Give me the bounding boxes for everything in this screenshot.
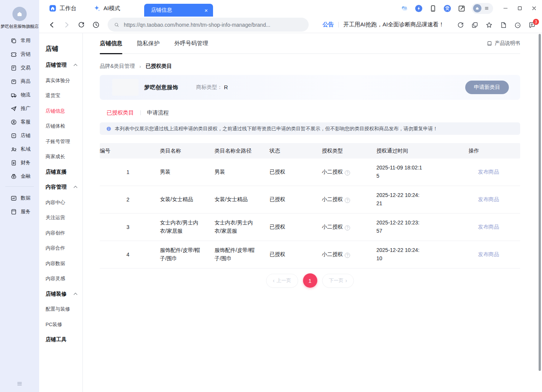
- workspace-tab[interactable]: 工作台: [49, 5, 76, 12]
- help-icon[interactable]: ?: [345, 225, 350, 230]
- close-window-button[interactable]: [531, 5, 537, 11]
- publish-product-link[interactable]: 发布商品: [478, 169, 499, 175]
- workspace-tab[interactable]: AI模式: [93, 5, 120, 12]
- compose-icon[interactable]: [457, 4, 466, 13]
- rail-item-label: 推广: [21, 105, 30, 112]
- side-menu-item[interactable]: 店铺直播: [46, 165, 82, 180]
- side-menu-item[interactable]: PC装修: [46, 317, 82, 333]
- timer-icon[interactable]: [514, 21, 522, 29]
- side-menu-item[interactable]: 子账号管理: [46, 134, 82, 149]
- phone-icon[interactable]: [429, 4, 437, 13]
- product-manual-link[interactable]: 产品说明书: [487, 40, 521, 47]
- current-page-button[interactable]: 1: [303, 273, 317, 288]
- info-icon: [106, 126, 111, 131]
- frequent-icon: [10, 37, 17, 44]
- back-button[interactable]: [48, 21, 56, 29]
- apply-new-category-button[interactable]: 申请新类目: [465, 81, 509, 94]
- side-menu-item[interactable]: 商家成长: [46, 149, 82, 165]
- side-menu-item-label: 内容灵感: [46, 275, 65, 282]
- prev-page-button[interactable]: ‹ 上一页: [266, 274, 298, 288]
- scrollbar-thumb[interactable]: [539, 34, 541, 371]
- side-menu-item[interactable]: 内容数据: [46, 256, 82, 272]
- collapse-rail-button[interactable]: [16, 381, 23, 387]
- side-menu-item[interactable]: 店铺信息: [46, 104, 82, 119]
- side-menu-item[interactable]: 店铺工具: [46, 332, 82, 348]
- rail-item-label: 交易: [21, 64, 30, 71]
- tab-authorized-categories[interactable]: 已授权类目: [107, 109, 134, 116]
- rail-item[interactable]: 营销: [0, 47, 39, 61]
- profile-menu[interactable]: [472, 3, 493, 14]
- rail-item[interactable]: 物流: [0, 88, 39, 102]
- table-row: 4 服饰配件/皮带/帽子/围巾 服饰配件/皮带/帽子/围巾 已授权 小二授权? …: [100, 241, 520, 268]
- product-manual-label: 产品说明书: [495, 40, 521, 47]
- side-menu-item[interactable]: 店铺体检: [46, 119, 82, 134]
- announcement: 公告 开工用AI抢跑，AI全面诊断商品课速看！: [323, 21, 444, 28]
- rail-item[interactable]: 店铺: [0, 129, 39, 142]
- breadcrumb-parent[interactable]: 品牌&类目管理: [100, 63, 135, 70]
- rail-item[interactable]: 交易: [0, 61, 39, 75]
- close-tab-icon[interactable]: ×: [204, 8, 208, 13]
- rail-item[interactable]: 客服: [0, 115, 39, 129]
- rail-item[interactable]: 服务: [0, 205, 39, 218]
- side-menu-item[interactable]: 内容合作: [46, 241, 82, 256]
- chevron-left-icon: ‹: [273, 278, 275, 284]
- rail-item[interactable]: 财务: [0, 156, 39, 169]
- multi-window-icon[interactable]: [471, 21, 479, 29]
- chevron-up-icon[interactable]: [74, 293, 78, 296]
- browser-tab-active[interactable]: 店铺信息 ×: [144, 4, 213, 17]
- tab-application-process[interactable]: 申请流程: [147, 109, 169, 116]
- chevron-up-icon[interactable]: [74, 64, 78, 68]
- side-menu-item[interactable]: 店铺管理: [46, 58, 82, 73]
- page-icon[interactable]: [499, 21, 507, 29]
- page-tab[interactable]: 店铺信息: [100, 33, 122, 54]
- page-tab[interactable]: 外呼号码管理: [174, 33, 208, 54]
- publish-product-link[interactable]: 发布商品: [478, 196, 499, 202]
- side-menu-item[interactable]: 内容灵感: [46, 271, 82, 287]
- help-icon[interactable]: ?: [345, 170, 350, 175]
- side-menu-item[interactable]: 店铺装修: [46, 287, 82, 302]
- rail-item[interactable]: 金融: [0, 169, 39, 183]
- service-icon: [10, 119, 17, 126]
- rail-item[interactable]: 常用: [0, 34, 39, 47]
- address-bar[interactable]: https://qn.taobao.com/home.htm/tm-shop-i…: [108, 18, 309, 32]
- weather-icon[interactable]: [400, 4, 409, 13]
- site-refresh-icon[interactable]: [457, 21, 464, 29]
- side-menu-item[interactable]: 内容创作: [46, 226, 82, 241]
- chevron-up-icon[interactable]: [74, 186, 78, 190]
- help-icon[interactable]: ?: [345, 253, 350, 258]
- favorite-icon[interactable]: [485, 21, 493, 29]
- workspace-tabs: 工作台 AI模式: [39, 5, 120, 12]
- help-icon[interactable]: ?: [345, 198, 350, 203]
- next-page-button[interactable]: 下一页 ›: [322, 274, 354, 288]
- rail-item[interactable]: 商品: [0, 75, 39, 88]
- reload-button[interactable]: [77, 21, 85, 29]
- side-menu-item[interactable]: 真实体验分: [46, 73, 82, 88]
- maximize-button[interactable]: [517, 5, 523, 11]
- services-icon: [10, 208, 17, 215]
- rail-item[interactable]: 数据: [0, 191, 39, 205]
- side-menu-item[interactable]: 内容中心: [46, 195, 82, 210]
- minimize-button[interactable]: [502, 5, 509, 11]
- side-menu-item[interactable]: 退货宝: [46, 88, 82, 104]
- menu-lines-icon: [484, 6, 489, 11]
- store-avatar[interactable]: [12, 7, 27, 21]
- side-menu-item[interactable]: 配置与装修: [46, 302, 82, 317]
- tray-icons: [400, 0, 537, 17]
- data-icon: [10, 195, 17, 202]
- rail-item[interactable]: 私域: [0, 142, 39, 156]
- page-tab[interactable]: 隐私保护: [137, 33, 160, 54]
- forward-button[interactable]: [62, 21, 71, 29]
- announcement-badge[interactable]: 公告: [323, 21, 334, 28]
- announcement-text[interactable]: 开工用AI抢跑，AI全面诊断商品课速看！: [343, 21, 444, 28]
- sub-tabs: 已授权类目 申请流程: [100, 109, 520, 116]
- rail-item[interactable]: 推广: [0, 102, 39, 115]
- publish-product-link[interactable]: 发布商品: [478, 224, 499, 230]
- messages-button[interactable]: 3: [528, 21, 536, 29]
- history-button[interactable]: [92, 21, 100, 29]
- rail-item-label: 商品: [21, 78, 30, 85]
- side-menu-item[interactable]: 内容管理: [46, 180, 82, 195]
- publish-product-link[interactable]: 发布商品: [478, 251, 499, 257]
- customer-service-icon[interactable]: [443, 4, 452, 13]
- side-menu-item[interactable]: 关注运营: [46, 210, 82, 226]
- quick-boost-icon[interactable]: [414, 4, 423, 13]
